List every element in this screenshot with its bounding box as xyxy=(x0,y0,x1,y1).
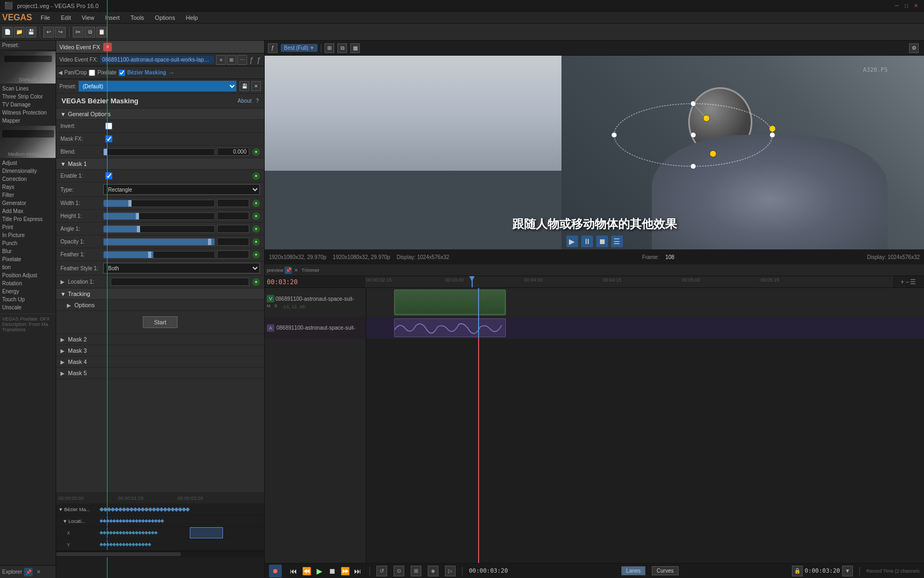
preview-close[interactable]: ✕ xyxy=(293,267,299,273)
angle1-thumb[interactable] xyxy=(137,226,140,232)
loop-btn[interactable]: ☰ xyxy=(611,235,623,247)
sidebar-item-unscale[interactable]: Unscale xyxy=(0,303,56,311)
sidebar-item-adjust[interactable]: Adjust xyxy=(0,159,56,167)
blend-value[interactable] xyxy=(217,148,249,156)
mask1-header[interactable]: ▼ Mask 1 xyxy=(56,158,264,170)
blend-slider[interactable] xyxy=(103,148,215,156)
preview-pin[interactable]: 📌 xyxy=(284,267,292,274)
preset-save[interactable]: 💾 xyxy=(240,81,249,91)
height1-value[interactable]: 0.294 xyxy=(217,212,249,220)
height1-keyframe[interactable]: ● xyxy=(252,212,260,220)
opacity1-value[interactable]: 1.000 xyxy=(217,238,249,246)
enable1-checkbox[interactable] xyxy=(105,172,112,179)
snap-control[interactable]: ⊙ xyxy=(394,566,404,576)
options-expand[interactable]: ▶ xyxy=(67,302,71,308)
fx-filename[interactable]: 086891100-astronaut-space-suit-works-lap… xyxy=(100,56,214,64)
timecode-down[interactable]: ▼ xyxy=(842,566,853,576)
sidebar-item-rays[interactable]: Rays xyxy=(0,183,56,191)
sidebar-item-inpicture[interactable]: In Picture xyxy=(0,231,56,239)
width1-slider[interactable] xyxy=(103,200,215,207)
locati-track[interactable] xyxy=(99,515,264,527)
sidebar-thumb-1[interactable]: (Default) xyxy=(0,51,56,83)
bezier-ma-track[interactable] xyxy=(99,504,264,515)
sidebar-item-position[interactable]: Position Adjust xyxy=(0,271,56,279)
preset-delete[interactable]: ✕ xyxy=(251,81,261,91)
sidebar-item-correction[interactable]: Correction xyxy=(0,175,56,183)
mask3-expand[interactable]: ▶ xyxy=(60,348,65,354)
menu-help[interactable]: Help xyxy=(184,13,201,22)
preview-tb-btn2[interactable]: ⧉ xyxy=(337,43,347,53)
menu-options[interactable]: Options xyxy=(153,13,178,22)
menu-view[interactable]: View xyxy=(80,13,97,22)
trimmer-tab[interactable]: Trimmer xyxy=(302,268,319,273)
explorer-close[interactable]: ✕ xyxy=(35,568,42,576)
enable1-keyframe[interactable]: ● xyxy=(252,172,260,180)
preview-tb-btn3[interactable]: ▦ xyxy=(350,43,360,53)
width1-keyframe[interactable]: ● xyxy=(252,200,260,207)
fx-script-icon2[interactable]: ƒ xyxy=(257,56,261,64)
pixelate-tab[interactable]: Pixelate xyxy=(89,70,117,76)
sidebar-item-energy[interactable]: Energy xyxy=(0,287,56,295)
close-btn[interactable]: ✕ xyxy=(912,2,920,10)
minimize-btn[interactable]: ─ xyxy=(893,2,900,10)
sidebar-thumb-2[interactable]: Medium Horizontal xyxy=(0,126,56,158)
timecode-lock[interactable]: 🔒 xyxy=(792,566,803,576)
pause-btn[interactable]: ⏸ xyxy=(581,235,593,247)
sidebar-item-mapper[interactable]: Mapper xyxy=(0,117,56,125)
sidebar-item-pixelate[interactable]: Pixelate xyxy=(0,255,56,263)
explorer-pin[interactable]: 📌 xyxy=(24,568,33,576)
angle1-keyframe[interactable]: ● xyxy=(252,225,260,233)
toolbar-new[interactable]: 📄 xyxy=(2,27,13,37)
track2-icon[interactable]: A xyxy=(267,324,274,332)
type-select[interactable]: Rectangle Ellipse Freehand xyxy=(103,184,260,195)
lanes-btn[interactable]: Lanes xyxy=(621,566,645,575)
feather1-thumb[interactable] xyxy=(148,252,151,258)
transport-play[interactable]: ▶ xyxy=(314,566,325,576)
video-clip-1[interactable] xyxy=(394,290,506,315)
cursor-control[interactable]: ▷ xyxy=(445,566,456,576)
fx-list-view[interactable]: ≡ xyxy=(216,55,226,65)
pixelate-checkbox[interactable] xyxy=(89,70,95,76)
feather1-keyframe[interactable]: ● xyxy=(252,251,260,258)
mask4-expand[interactable]: ▶ xyxy=(60,359,65,365)
loop-control[interactable]: ↺ xyxy=(376,566,387,576)
height1-slider[interactable] xyxy=(103,212,215,220)
x-track[interactable] xyxy=(99,527,264,538)
bezier-tab-container[interactable]: Bézier Masking → xyxy=(119,69,175,77)
toolbar-undo[interactable]: ↩ xyxy=(43,27,54,37)
location1-value[interactable]: 0.675, 0.598 xyxy=(111,278,249,286)
toolbar-copy[interactable]: ⧉ xyxy=(84,27,95,37)
transport-next[interactable]: ⏩ xyxy=(340,566,350,576)
vefx-close-btn[interactable]: × xyxy=(103,43,112,51)
pan-crop-tab[interactable]: ◀ Pan/Crop xyxy=(58,70,87,75)
preset-select[interactable]: (Default) xyxy=(79,81,236,92)
preview-settings-btn[interactable]: ⚙ xyxy=(909,43,919,53)
track1-icon[interactable]: V xyxy=(267,295,274,302)
mask2-expand[interactable]: ▶ xyxy=(60,337,65,343)
bezier-arrow[interactable]: → xyxy=(168,69,175,77)
preview-tb-btn1[interactable]: ⊞ xyxy=(325,43,334,53)
mask5-expand[interactable]: ▶ xyxy=(60,370,65,376)
menu-edit[interactable]: Edit xyxy=(59,13,73,22)
toolbar-cut[interactable]: ✂ xyxy=(73,27,83,37)
fx-more[interactable]: ⋯ xyxy=(237,55,247,65)
mask-fx-checkbox[interactable] xyxy=(105,135,112,142)
timeline-zoom-out[interactable]: − xyxy=(905,278,909,286)
mask4-section[interactable]: ▶ Mask 4 xyxy=(56,356,264,368)
opacity1-thumb[interactable] xyxy=(208,239,211,245)
menu-tools[interactable]: Tools xyxy=(128,13,147,22)
feather1-value[interactable]: 17.347 xyxy=(217,250,249,258)
sidebar-item-strip-color[interactable]: Three Strip Color xyxy=(0,93,56,101)
angle1-value[interactable]: 0.000 xyxy=(217,225,249,233)
sidebar-item-blur[interactable]: Blur xyxy=(0,247,56,255)
fx-tl-scrollbar[interactable] xyxy=(56,551,264,557)
blend-keyframe[interactable]: ● xyxy=(252,148,260,156)
sidebar-item-generator[interactable]: Generator xyxy=(0,199,56,207)
track1-mute[interactable]: M xyxy=(267,303,273,310)
preview-zoom-btn[interactable]: Best (Full) ▼ xyxy=(281,44,318,52)
play-btn[interactable]: ▶ xyxy=(566,235,578,247)
transport-record[interactable]: ⏺ xyxy=(269,565,282,577)
timeline-zoom-in[interactable]: + xyxy=(900,278,904,286)
maximize-btn[interactable]: □ xyxy=(903,2,910,10)
sidebar-item-print[interactable]: Print xyxy=(0,223,56,231)
